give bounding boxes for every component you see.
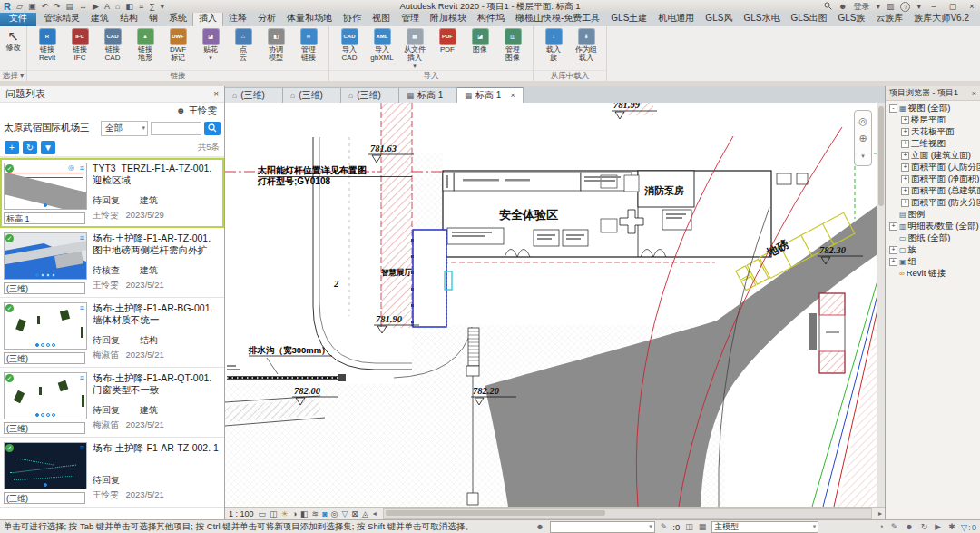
ribbon-tab-GLS土建[interactable]: GLS土建 (605, 13, 652, 26)
issue-thumbnail[interactable]: ✓ ≡ (4, 302, 87, 350)
issue-thumbnail[interactable]: ✓ ≡ (4, 372, 87, 419)
modify-icon[interactable]: ▶ (93, 1, 99, 12)
coordination-model-button[interactable]: ◧协调 模型 (260, 28, 292, 63)
issue-card[interactable]: ✓ ≡ (三维) 场布-土护降-F1-AR-TZ-002. 1 待回复 王怜雯2… (0, 438, 224, 508)
current-user[interactable]: 王怜雯 (189, 104, 218, 117)
editing-requests-icon[interactable]: ✎ (661, 522, 668, 531)
link-topography-button[interactable]: ▲链接 地形 (129, 28, 162, 63)
expand-icon[interactable]: + (901, 163, 909, 172)
lock-view-icon[interactable]: ⊠ (351, 508, 358, 519)
issue-search-input[interactable] (151, 122, 201, 135)
dwf-markup-button[interactable]: DWFDWF 标记 (162, 28, 194, 63)
tree-item-面积平面 (总建筑面积)[interactable]: +面积平面 (总建筑面积) (886, 185, 980, 197)
minimize-button[interactable]: – (927, 2, 940, 11)
view-tab-标高 1[interactable]: ▦标高 1× (457, 87, 524, 103)
panel-label-从库中载入[interactable]: 从库中载入 (534, 70, 606, 81)
card-menu-icon[interactable]: ≡ (80, 373, 84, 382)
issue-thumbnail[interactable]: ✓ ≡ (4, 442, 87, 489)
ribbon-tab-GLS出图[interactable]: GLS出图 (785, 13, 832, 26)
worksets-people-icon[interactable]: ☻ (905, 522, 913, 531)
scroll-right-icon[interactable]: ▸ (878, 509, 882, 518)
undo-icon[interactable]: ↶ (41, 1, 48, 12)
expand-icon[interactable]: + (901, 175, 909, 183)
issue-thumbnail[interactable]: ✓ ◎ ≡ (4, 163, 87, 210)
decal-button[interactable]: ◪贴花▾ (194, 28, 227, 60)
expand-icon[interactable]: + (901, 187, 909, 195)
editing-requests-icon[interactable]: ✎ (891, 522, 898, 531)
view-tab-(三维)[interactable]: ⌂(三维) (283, 87, 341, 103)
close-button[interactable]: × (965, 2, 978, 11)
ribbon-tab-GLS风[interactable]: GLS风 (700, 13, 738, 26)
tree-item-天花板平面[interactable]: +天花板平面 (886, 126, 980, 138)
card-menu-icon[interactable]: ≡ (80, 163, 84, 173)
modify-button[interactable]: ↖ 修改 (4, 28, 23, 53)
tree-item-明细表/数量 (全部)[interactable]: +▥明细表/数量 (全部) (886, 221, 980, 232)
ribbon-tab-云族库[interactable]: 云族库 (870, 13, 908, 26)
signin-button[interactable]: 登录 (853, 1, 869, 13)
ribbon-tab-机电通用[interactable]: 机电通用 (652, 13, 700, 26)
link-cad-button[interactable]: CAD链接 CAD (96, 28, 129, 63)
redo-icon[interactable]: ↷ (54, 1, 61, 12)
revit-menu-icon[interactable]: R (4, 1, 11, 12)
tree-item-三维视图[interactable]: +三维视图 (886, 138, 980, 150)
view-scale[interactable]: 1 : 100 (229, 509, 254, 518)
workset-select[interactable]: ▾ (550, 521, 655, 533)
tree-item-立面 (建筑立面)[interactable]: +立面 (建筑立面) (886, 150, 980, 162)
crop-region-icon[interactable]: ▭ (259, 508, 267, 519)
panel-label-链接[interactable]: 链接 (27, 70, 328, 81)
ribbon-tab-协作[interactable]: 协作 (338, 13, 367, 26)
scroll-left-icon[interactable]: ◂ (373, 509, 377, 518)
expand-icon[interactable]: + (889, 222, 897, 231)
add-issue-button[interactable]: + (5, 141, 19, 154)
navigation-bar[interactable]: ◎ ⊕ ▾ (854, 110, 872, 166)
tree-item-面积平面 (防火分区面积)[interactable]: +面积平面 (防火分区面积) (886, 197, 980, 209)
worksets-dialog-icon[interactable]: ◫ (685, 522, 693, 531)
tree-item-面积平面 (人防分区面积)[interactable]: +面积平面 (人防分区面积) (886, 162, 980, 173)
card-menu-icon[interactable]: ≡ (80, 443, 84, 452)
card-menu-icon[interactable]: ≡ (80, 233, 84, 242)
ribbon-tab-Revizto 5[interactable]: Revizto 5 (975, 14, 980, 26)
background-processes-icon[interactable]: ↻ (921, 522, 928, 531)
text-icon[interactable]: A (104, 1, 110, 12)
expand-icon[interactable]: + (901, 116, 909, 124)
expand-icon[interactable]: + (901, 140, 909, 148)
link-revit-button[interactable]: R链接 Revit (31, 28, 64, 63)
help-icon[interactable]: ? (900, 2, 910, 12)
vertical-scrollbar[interactable] (877, 103, 885, 507)
collapse-icon[interactable]: - (889, 104, 897, 113)
point-cloud-button[interactable]: ∴点 云 (227, 28, 260, 63)
issue-card[interactable]: ✓ ≡ (三维) 场布-土护降-F1-AR-TZ-001. 图中地磅两侧栏杆需向… (0, 228, 224, 298)
zoom-tool-icon[interactable]: ⊕ (858, 133, 867, 143)
ribbon-tab-管综精灵[interactable]: 管综精灵 (38, 13, 85, 26)
ribbon-tab-建筑[interactable]: 建筑 (85, 13, 114, 26)
load-family-button[interactable]: ↓载入 族 (537, 28, 570, 63)
tree-item-面积平面 (净面积)[interactable]: +面积平面 (净面积) (886, 173, 980, 185)
issues-close-icon[interactable]: × (213, 89, 219, 99)
tree-item-族[interactable]: +▢族 (886, 244, 980, 256)
ribbon-tab-管理[interactable]: 管理 (396, 13, 425, 26)
selection-filter-button[interactable]: ▽:0 (961, 522, 976, 532)
drawing-canvas[interactable]: 安全体验区 消防泵房 智慧展厅 (225, 103, 885, 507)
panel-label-select[interactable]: 选择 ▾ (0, 70, 26, 81)
design-option-select[interactable]: 主模型▾ (711, 521, 818, 533)
issue-card[interactable]: ✓ ◎ ≡ 标高 1 TYT3_TERZL-F1-A-TZ-001. 迎检区域 … (0, 158, 224, 228)
tree-item-Revit 链接[interactable]: ∞Revit 链接 (886, 268, 980, 280)
isolate-icon[interactable]: ◎ (331, 508, 338, 519)
steering-wheel-icon[interactable]: ◎ (858, 116, 867, 126)
view-tab-(三维)[interactable]: ⌂(三维) (341, 87, 399, 103)
print-icon[interactable]: ▤ (65, 1, 74, 12)
selected-element-blue-rect[interactable] (411, 230, 452, 327)
quick-access-toolbar[interactable]: R▱▣↶↷▤↔▶A⌂◧≡∑▾ (0, 1, 164, 12)
options-gear-icon[interactable]: ✱ (948, 522, 956, 531)
tree-item-图例[interactable]: ▤图例 (886, 209, 980, 221)
reveal-hidden-icon[interactable]: ◙ (322, 508, 327, 519)
filter-button[interactable]: ▼ (41, 141, 55, 154)
visual-style-icon[interactable]: ◧ (300, 508, 309, 519)
3d-view-icon[interactable]: ⌂ (115, 1, 120, 12)
issue-thumbnail[interactable]: ✓ ≡ (4, 232, 87, 280)
app-store-icon[interactable]: ▥ (887, 2, 895, 11)
section-icon[interactable]: ◧ (125, 1, 133, 12)
insert-from-file-button[interactable]: ▤从文件 插入▾ (398, 28, 431, 68)
tree-item-组[interactable]: +▣组 (886, 256, 980, 268)
expand-icon[interactable]: + (889, 258, 897, 266)
